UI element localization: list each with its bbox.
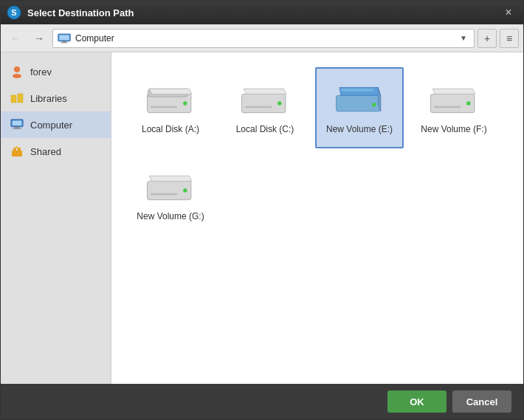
sidebar-item-shared-label: Shared	[30, 146, 61, 157]
back-button[interactable]: ←	[5, 29, 26, 48]
toolbar: ← → Computer ▼ + ≡	[1, 24, 523, 52]
svg-point-7	[13, 74, 21, 78]
drive-label-a: Local Disk (A:)	[142, 124, 199, 134]
address-bar-icon	[58, 33, 71, 44]
drive-icon-e	[333, 81, 386, 120]
sidebar-item-libraries[interactable]: Libraries	[1, 85, 111, 111]
svg-point-6	[14, 66, 20, 72]
view-toggle-button[interactable]: ≡	[500, 29, 519, 48]
svg-rect-4	[62, 41, 66, 42]
title-bar: S Select Destination Path ×	[1, 1, 523, 24]
svg-marker-22	[149, 89, 192, 94]
footer: OK Cancel	[1, 384, 523, 419]
sidebar-item-forev[interactable]: forev	[1, 58, 111, 85]
sidebar-item-shared[interactable]: Shared	[1, 138, 111, 165]
drive-item-a[interactable]: Local Disk (A:)	[126, 67, 215, 148]
shared-icon	[10, 144, 24, 159]
sidebar-item-libraries-label: Libraries	[30, 93, 67, 104]
svg-point-27	[277, 101, 281, 105]
computer-icon	[10, 117, 24, 132]
user-icon	[10, 64, 24, 79]
libraries-icon	[10, 91, 24, 106]
address-text: Computer	[75, 33, 453, 44]
sidebar-item-forev-label: forev	[30, 66, 52, 78]
svg-rect-37	[434, 106, 461, 109]
address-dropdown-button[interactable]: ▼	[458, 32, 469, 44]
add-folder-button[interactable]: +	[478, 29, 497, 48]
close-button[interactable]: ×	[500, 4, 517, 21]
svg-rect-41	[151, 193, 177, 196]
svg-rect-9	[18, 94, 23, 103]
dialog-title: Select Destination Path	[27, 7, 500, 18]
sidebar-item-computer-label: Computer	[30, 120, 72, 131]
svg-point-23	[183, 101, 187, 105]
svg-text:S: S	[11, 8, 16, 17]
forward-button[interactable]: →	[29, 29, 49, 48]
drive-item-e[interactable]: New Volume (E:)	[315, 67, 404, 148]
drive-label-e: New Volume (E:)	[326, 124, 393, 134]
drive-icon-g	[144, 168, 197, 207]
drive-item-g[interactable]: New Volume (G:)	[126, 154, 215, 235]
drive-item-c[interactable]: Local Disk (C:)	[221, 67, 309, 148]
svg-marker-39	[149, 176, 192, 181]
drive-item-f[interactable]: New Volume (F:)	[410, 67, 498, 148]
drive-label-g: New Volume (G:)	[137, 211, 204, 221]
app-icon: S	[7, 5, 21, 20]
sidebar-item-computer[interactable]: Computer	[1, 111, 111, 138]
svg-marker-35	[432, 89, 475, 94]
drive-icon-c	[238, 81, 292, 120]
svg-rect-15	[13, 128, 21, 129]
svg-point-36	[466, 101, 470, 105]
sidebar: forev Libraries	[1, 52, 111, 384]
svg-rect-19	[15, 146, 18, 149]
cancel-button[interactable]: Cancel	[452, 390, 511, 413]
ok-button[interactable]: OK	[387, 390, 447, 413]
svg-marker-26	[244, 89, 286, 94]
drive-icon-a	[144, 81, 197, 120]
svg-rect-24	[151, 106, 177, 109]
svg-marker-32	[341, 89, 374, 92]
drive-label-c: Local Disk (C:)	[236, 124, 294, 134]
svg-rect-3	[59, 35, 69, 40]
content-area: forev Libraries	[1, 52, 523, 384]
svg-rect-28	[245, 106, 272, 109]
svg-rect-14	[14, 127, 19, 128]
address-bar[interactable]: Computer ▼	[52, 29, 475, 48]
svg-rect-13	[13, 121, 22, 125]
svg-point-40	[183, 188, 187, 192]
drive-label-f: New Volume (F:)	[421, 124, 486, 134]
svg-rect-5	[61, 42, 68, 43]
main-panel: Local Disk (A:) Local Disk (C:)	[111, 52, 523, 384]
drive-icon-f	[427, 81, 480, 120]
svg-point-33	[372, 103, 376, 106]
svg-rect-8	[11, 95, 16, 103]
dialog: S Select Destination Path × ← → Computer…	[0, 0, 524, 420]
